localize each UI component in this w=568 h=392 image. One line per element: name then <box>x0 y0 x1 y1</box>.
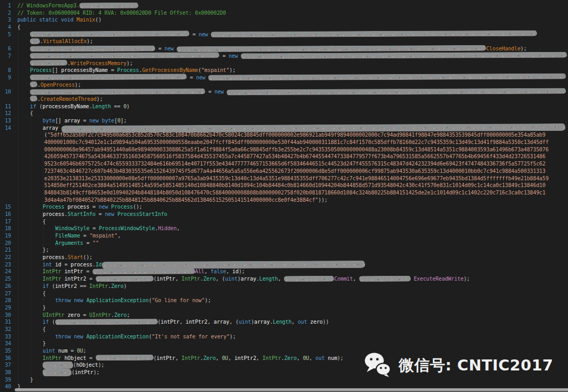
token-pl: = <box>108 67 117 73</box>
code-line-wrap[interactable]: .CreateRemoteThread); <box>0 96 568 103</box>
line-number <box>0 189 14 197</box>
token-pl: ); <box>463 276 470 282</box>
code-line-wrap[interactable]: .VirtualAllocEx); <box>0 38 568 45</box>
line-number: 39 <box>0 376 14 384</box>
token-pl: = <box>89 204 99 210</box>
code-line-wrap[interactable]: 4000001000c7c94012e1c1d9894a504a69535000… <box>0 139 568 146</box>
code-line-23[interactable]: 23int id = process.Id <box>0 261 568 269</box>
token-pl: , <box>278 276 285 282</box>
token-st: 3d4a4a47bf0840527b8840225b8848125b884062… <box>44 197 318 203</box>
code-line-12[interactable]: 12{ <box>0 110 568 117</box>
code-line-30[interactable]: 30UIntPtr zero = UIntPtr.Zero; <box>0 312 568 319</box>
token-loc: zero <box>67 312 80 318</box>
token-pl: = <box>205 89 215 95</box>
code-line-26[interactable]: 26if (intPtr2 == IntPtr.Zero) <box>0 283 568 290</box>
token-en: ExecuteReadWrite <box>414 276 464 282</box>
code-line-24[interactable]: 24IntPtr intPtr = All, false, id); <box>0 268 568 275</box>
code-line-wrap[interactable]: 7237403c4846727c607b463b483035535e615264… <box>0 168 568 175</box>
line-number <box>0 60 14 67</box>
code-line-15[interactable]: 15Process process = new Process(); <box>0 203 568 211</box>
line-number <box>0 96 14 103</box>
line-number: 17 <box>0 218 14 225</box>
token-st: e20353e2138313e25333000000e08e5dff000000… <box>44 176 549 181</box>
token-loc: hObject <box>64 355 86 361</box>
code-line-wrap[interactable]: 514850eff251402ce3884a51495148514a595e58… <box>0 182 568 189</box>
token-pr: WindowStyle <box>55 225 89 231</box>
line-number: 34 <box>0 340 14 347</box>
token-pl: = <box>96 211 105 217</box>
code-line-wrap[interactable]: 0000000068e96457ab94951440a60e9894000033… <box>0 146 568 153</box>
token-pl: () <box>95 17 102 23</box>
code-line-wrap[interactable]: 3d4a4a47bf0840527b8840225b8848125b884062… <box>0 197 568 204</box>
code-line-32[interactable]: 32{ <box>0 326 568 333</box>
line-number <box>0 131 14 139</box>
token-pl: , <box>297 355 303 361</box>
code-line-16[interactable]: 16process.StartInfo = new ProcessStartIn… <box>0 211 568 218</box>
line-number: 18 <box>0 225 14 232</box>
code-line-wrap[interactable]: 848843b8149cff84653e0d10940204b8448184b8… <box>0 189 568 197</box>
code-line-8[interactable]: 8Process[] processesByName = Process.Get… <box>0 67 568 74</box>
token-pl: , <box>226 269 232 274</box>
horizontal-scrollbar[interactable] <box>15 388 568 391</box>
code-line-25[interactable]: 25IntPtr intPtr2 = (intPtr, IntPtr.Zero,… <box>0 275 568 283</box>
code-line-wrap[interactable]: 9523c60546b6975725c474c6559333732484e616… <box>0 160 568 168</box>
code-line-21[interactable]: 21}; <box>0 246 568 254</box>
code-line-27[interactable]: 27{ <box>0 290 568 297</box>
line-number <box>0 153 14 160</box>
token-st: 514850eff251402ce3884a51495148514a595e58… <box>44 182 545 188</box>
code-line-10[interactable]: 10 = new <box>0 88 568 96</box>
redaction-scribble <box>208 74 566 81</box>
watermark-text: 微信号: CNTIC2017 <box>399 355 553 376</box>
token-kw: uint <box>225 276 238 282</box>
code-line-2[interactable]: 2// Token: 0x06000004 RID: 4 RVA: 0x0000… <box>0 9 568 17</box>
token-vt: IntPtr <box>43 269 62 274</box>
redaction-scribble <box>102 261 364 269</box>
code-line-34[interactable]: 34} <box>0 340 568 347</box>
token-loc: intPtr <box>157 355 176 361</box>
token-pl: = <box>187 75 196 80</box>
code-line-14[interactable]: 14array <box>0 125 568 132</box>
code-line-18[interactable]: 18WindowStyle = ProcessWindowStyle.Hidde… <box>0 225 568 232</box>
token-kw: new <box>215 89 224 95</box>
code-line-33[interactable]: 33throw new ApplicationException("It's n… <box>0 333 568 341</box>
code-line-wrap[interactable]: e20353e2138313e25333000000e08e5dff000000… <box>0 175 568 182</box>
line-number <box>0 38 14 45</box>
code-line-wrap[interactable]: .WriteProcessMemory); <box>0 60 568 67</box>
token-pl <box>58 125 62 131</box>
code-line-4[interactable]: 4{ <box>0 24 568 31</box>
code-line-17[interactable]: 17{ <box>0 218 568 225</box>
code-lines: 1// WindowsFormsApp3.2// Token: 0x060000… <box>0 2 568 390</box>
code-line-29[interactable]: 29} <box>0 304 568 312</box>
code-line-31[interactable]: 31if ((intPtr, intPtr2, array, (uint)arr… <box>0 318 568 326</box>
redaction-scribble <box>55 318 158 325</box>
code-line-28[interactable]: 28throw new ApplicationException("Go lin… <box>0 297 568 304</box>
code-line-20[interactable]: 20Arguments = "" <box>0 240 568 247</box>
code-line-wrap[interactable]: .OpenProcess); <box>0 81 568 89</box>
token-vt: IntPtr <box>89 283 108 289</box>
line-number: 7 <box>0 53 14 60</box>
code-line-wrap[interactable]: 426059457374675a543646337351603458756051… <box>0 153 568 160</box>
redaction-scribble <box>30 88 205 95</box>
token-loc: num <box>328 355 337 361</box>
line-number <box>0 168 14 175</box>
token-pl: ) <box>127 104 130 109</box>
code-line-11[interactable]: 11if (processesByName.Length == 0) <box>0 103 568 110</box>
token-loc: intPtr2 <box>235 355 256 361</box>
code-line-1[interactable]: 1// WindowsFormsApp3. <box>0 2 568 9</box>
redaction-scribble <box>96 355 154 360</box>
token-st: "" <box>93 240 99 246</box>
code-line-7[interactable]: 7 = new <box>0 53 568 60</box>
token-mt: CloseHandle <box>486 46 520 51</box>
code-line-6[interactable]: 6 = new CloseHandle); <box>0 45 568 53</box>
redaction-scribble <box>43 369 72 376</box>
code-line-3[interactable]: 3public static void Mainix() <box>0 16 568 24</box>
code-line-5[interactable]: 5 = new <box>0 31 568 38</box>
token-loc: zero <box>310 319 323 325</box>
code-line-19[interactable]: 19FileName = "mspaint", <box>0 232 568 240</box>
line-number: 28 <box>0 297 14 304</box>
token-kw: throw new <box>55 334 83 339</box>
watermark: 微信号: CNTIC2017 <box>363 352 553 379</box>
code-line-22[interactable]: 22process.Start(); <box>0 254 568 261</box>
code-line-9[interactable]: 9 = new <box>0 74 568 81</box>
token-pl: == <box>111 104 124 109</box>
